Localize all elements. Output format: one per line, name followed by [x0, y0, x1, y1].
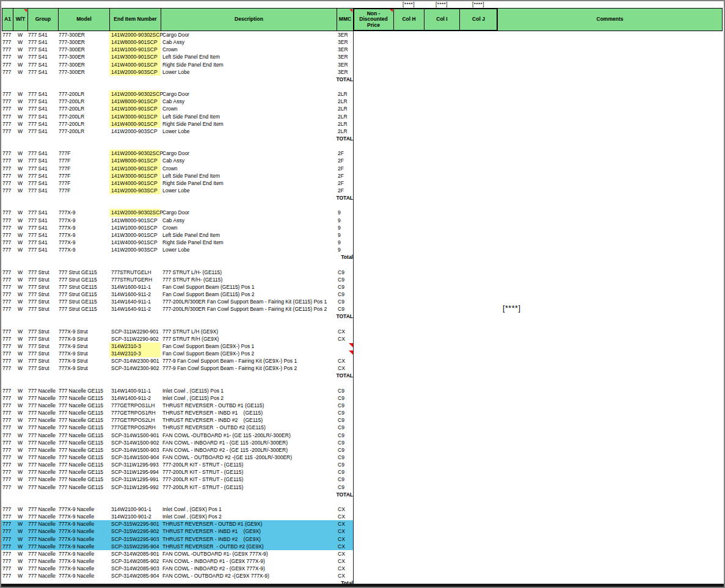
cell-wt[interactable]: W: [13, 150, 27, 157]
cell-end-item-number[interactable]: 314W2100-901-2: [109, 513, 161, 520]
cell-description[interactable]: 777 STRUT R/H- (GE115): [162, 276, 340, 283]
cell-model[interactable]: 777X-9 Nacelle: [59, 528, 109, 535]
cell-description[interactable]: Fan Cowl Support Beam (GE115) Pos 1: [162, 283, 340, 291]
cell-description[interactable]: Lower Lobe: [162, 246, 340, 253]
cell-group[interactable]: 777 S41: [28, 31, 59, 38]
cell-model[interactable]: 777-300ER: [59, 31, 109, 38]
cell-mmc[interactable]: C9: [338, 432, 353, 439]
cell-end-item-number[interactable]: 141W4000-901SCP: [109, 61, 161, 68]
header-col-j[interactable]: Col J: [459, 8, 498, 31]
cell-wt[interactable]: W: [13, 343, 27, 350]
cell-end-item-number[interactable]: 314W2310-3: [109, 343, 161, 350]
cell-mmc[interactable]: CX: [338, 528, 353, 535]
cell-a1[interactable]: 777: [2, 120, 13, 128]
cell-description[interactable]: FAN COWL - INBOARD #2 - (GE9X 777X-9): [162, 565, 340, 572]
cell-model[interactable]: 777X-9: [59, 209, 109, 216]
cell-a1[interactable]: 777: [2, 528, 13, 535]
cell-end-item-number[interactable]: 314W1400-911-2: [109, 394, 161, 402]
cell-a1[interactable]: 777: [2, 98, 13, 105]
cell-model[interactable]: 777X-9 Strut: [59, 335, 109, 343]
cell-group[interactable]: 777 S41: [28, 150, 59, 157]
cell-mmc[interactable]: C9: [338, 468, 353, 476]
cell-end-item-number[interactable]: SCP-314W1500-903: [109, 446, 161, 454]
cell-group[interactable]: 777 Nacelle: [28, 446, 59, 454]
cell-wt[interactable]: W: [13, 528, 27, 535]
cell-model[interactable]: 777X-9: [59, 246, 109, 253]
cell-group[interactable]: 777 Strut: [28, 305, 59, 313]
cell-a1[interactable]: 777: [2, 513, 13, 520]
cell-end-item-number[interactable]: SCP-311W1295-992: [109, 484, 161, 491]
cell-a1[interactable]: 777: [2, 424, 13, 431]
cell-wt[interactable]: W: [13, 120, 27, 128]
cell-end-item-number[interactable]: SCP-315W2295-904: [109, 543, 161, 550]
cell-model[interactable]: 777F: [59, 187, 109, 194]
cell-model[interactable]: 777-300ER: [59, 46, 109, 53]
cell-a1[interactable]: 777: [2, 439, 13, 446]
cell-wt[interactable]: W: [13, 231, 27, 239]
cell-a1[interactable]: 777: [2, 387, 13, 394]
cell-group[interactable]: 777 S41: [28, 61, 59, 68]
header-wt[interactable]: W/T: [13, 8, 28, 31]
cell-a1[interactable]: 777: [2, 128, 13, 135]
header-comments[interactable]: Comments: [497, 8, 723, 31]
cell-a1[interactable]: 777: [2, 565, 13, 572]
cell-mmc[interactable]: 9: [338, 231, 353, 239]
cell-model[interactable]: 777-200LR: [59, 120, 109, 128]
cell-model[interactable]: 777X-9 Strut: [59, 328, 109, 335]
cell-wt[interactable]: W: [13, 439, 27, 446]
cell-wt[interactable]: W: [13, 557, 27, 565]
cell-group[interactable]: 777 S41: [28, 120, 59, 128]
cell-end-item-number[interactable]: 314W1600-911-1: [109, 283, 161, 291]
cell-model[interactable]: 777 Nacelle GE115: [59, 484, 109, 491]
cell-wt[interactable]: W: [13, 506, 27, 513]
cell-description[interactable]: 777 STRUT L/H- (GE115): [162, 269, 340, 276]
cell-group[interactable]: 777 Nacelle: [28, 528, 59, 535]
cell-model[interactable]: 777-300ER: [59, 53, 109, 60]
cell-mmc[interactable]: 3ER: [338, 38, 353, 46]
cell-wt[interactable]: W: [13, 432, 27, 439]
cell-description[interactable]: 777-200LR KIT - STRUT - (GE115): [162, 461, 340, 468]
cell-end-item-number[interactable]: 141W2000-90302SCP: [109, 150, 161, 157]
cell-description[interactable]: 777-200LR/300ER Fan Cowl Support Beam - …: [162, 305, 340, 313]
cell-wt[interactable]: W: [13, 98, 27, 105]
cell-group[interactable]: 777 S41: [28, 128, 59, 135]
cell-end-item-number[interactable]: 141W8000-901SCP: [109, 157, 161, 164]
header-description[interactable]: Description: [161, 8, 337, 31]
cell-description[interactable]: Fan Cowl Support Beam (GE115) Pos 2: [162, 291, 340, 298]
cell-description[interactable]: 777-9 Fan Cowl Support Beam - Fairing Ki…: [162, 365, 340, 372]
cell-group[interactable]: 777 Strut: [28, 276, 59, 283]
cell-group[interactable]: 777 S41: [28, 68, 59, 76]
cell-group[interactable]: 777 Strut: [28, 291, 59, 298]
cell-a1[interactable]: 777: [2, 402, 13, 409]
cell-description[interactable]: Right Side Panel End Item: [162, 180, 340, 187]
cell-model[interactable]: 777X-9 Nacelle: [59, 572, 109, 579]
cell-a1[interactable]: 777: [2, 38, 13, 46]
cell-wt[interactable]: W: [13, 90, 27, 98]
cell-wt[interactable]: W: [13, 46, 27, 53]
cell-description[interactable]: 777-200LR KIT - STRUT - (GE115): [162, 476, 340, 483]
cell-wt[interactable]: W: [13, 128, 27, 135]
cell-mmc[interactable]: 2F: [338, 180, 353, 187]
cell-a1[interactable]: 777: [2, 165, 13, 172]
cell-wt[interactable]: W: [13, 409, 27, 416]
cell-model[interactable]: 777 Strut GE115: [59, 269, 109, 276]
cell-description[interactable]: THRUST REVERSER - OUTBD #2 (GE115): [162, 424, 340, 431]
cell-a1[interactable]: 777: [2, 31, 13, 38]
cell-group[interactable]: 777 Strut: [28, 343, 59, 350]
cell-end-item-number[interactable]: 777GETRPOS2LH: [109, 416, 161, 424]
cell-group[interactable]: 777 S41: [28, 209, 59, 216]
cell-group[interactable]: 777 S41: [28, 113, 59, 120]
cell-description[interactable]: Lower Lobe: [162, 128, 340, 135]
cell-end-item-number[interactable]: 314W2100-901-1: [109, 506, 161, 513]
cell-a1[interactable]: 777: [2, 328, 13, 335]
cell-mmc[interactable]: 9: [338, 239, 353, 246]
cell-a1[interactable]: 777: [2, 543, 13, 550]
cell-a1[interactable]: 777: [2, 305, 13, 313]
header-col-h[interactable]: Col H: [393, 8, 424, 31]
cell-mmc[interactable]: 2F: [338, 172, 353, 180]
cell-model[interactable]: 777 Nacelle GE115: [59, 402, 109, 409]
cell-end-item-number[interactable]: 314W2310-3: [109, 350, 161, 357]
cell-model[interactable]: 777F: [59, 172, 109, 180]
cell-end-item-number[interactable]: 141W1000-901SCP: [109, 46, 161, 53]
cell-mmc[interactable]: C9: [338, 387, 353, 394]
